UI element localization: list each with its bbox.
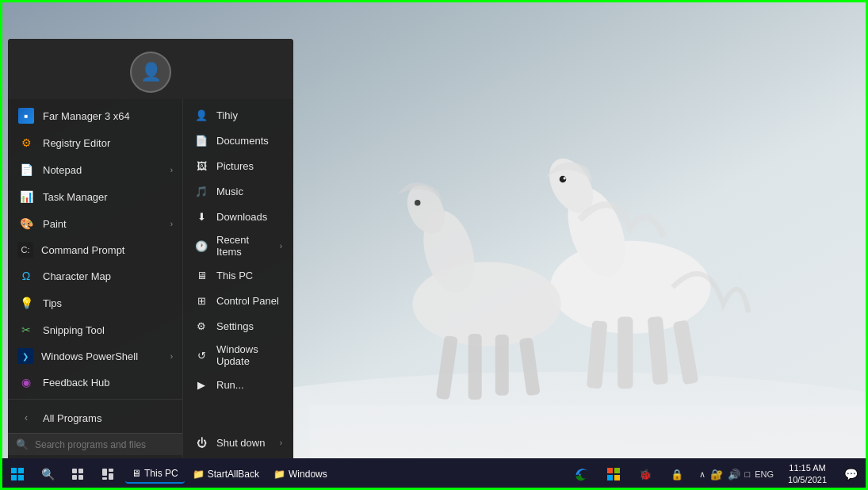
start-item-far-manager[interactable]: ■ Far Manager 3 x64 <box>8 102 182 129</box>
start-item-character-map[interactable]: Ω Character Map <box>8 262 182 289</box>
all-programs-label: All Programs <box>43 412 101 424</box>
network-icon[interactable]: 🔐 <box>710 469 723 480</box>
svg-rect-27 <box>78 475 83 480</box>
taskbar-app-windows[interactable]: 📁 Windows <box>267 465 334 483</box>
start-item-snipping-tool[interactable]: ✂ Snipping Tool <box>8 316 182 343</box>
far-manager-icon: ■ <box>17 107 35 124</box>
svg-rect-28 <box>102 469 107 476</box>
taskbar-search-button[interactable]: 🔍 <box>33 460 62 488</box>
start-item-label: Windows PowerShell <box>41 350 163 362</box>
start-right-documents[interactable]: 📄 Documents <box>183 128 293 153</box>
svg-rect-17 <box>495 335 509 396</box>
start-item-task-manager[interactable]: 📊 Task Manager <box>8 183 182 210</box>
pictures-icon: 🖼 <box>194 159 208 173</box>
start-item-tips[interactable]: 💡 Tips <box>8 289 182 316</box>
svg-rect-20 <box>11 468 17 473</box>
run-icon: ▶ <box>194 377 208 392</box>
taskbar-clock[interactable]: 11:15 AM 10/5/2021 <box>782 462 833 487</box>
start-right-recent-items[interactable]: 🕐 Recent Items › <box>183 229 293 262</box>
lock-icon[interactable]: 🔒 <box>663 460 691 488</box>
start-all-programs[interactable]: ‹ All Programs <box>8 403 182 433</box>
windows-icon: 📁 <box>273 469 285 480</box>
taskbar-app-startallback[interactable]: 📁 StartAllBack <box>186 465 266 483</box>
windows-update-icon: ↺ <box>194 348 208 362</box>
store-icon[interactable] <box>599 460 628 488</box>
start-right-item-label: Pictures <box>216 160 254 172</box>
chevron-up-icon[interactable]: ∧ <box>699 469 705 480</box>
app-label: Windows <box>289 469 327 480</box>
submenu-arrow: › <box>280 438 282 447</box>
start-item-feedback-hub[interactable]: ◉ Feedback Hub <box>8 369 182 396</box>
search-input[interactable] <box>35 439 174 450</box>
command-prompt-icon: C: <box>17 242 33 258</box>
user-avatar[interactable]: 👤 <box>130 52 171 93</box>
start-item-label: Tips <box>43 297 173 309</box>
lang-indicator[interactable]: ENG <box>755 469 774 479</box>
start-right-this-pc[interactable]: 🖥 This PC <box>183 262 293 288</box>
start-right-pictures[interactable]: 🖼 Pictures <box>183 153 293 178</box>
taskbar-left: 🔍 <box>3 460 122 488</box>
start-item-paint[interactable]: 🎨 Paint › <box>8 210 182 237</box>
start-right-run[interactable]: ▶ Run... <box>183 372 293 397</box>
volume-icon[interactable]: 🔊 <box>728 469 740 480</box>
start-item-powershell[interactable]: ❯ Windows PowerShell › <box>8 343 182 369</box>
snipping-tool-icon: ✂ <box>17 321 35 339</box>
start-right-music[interactable]: 🎵 Music <box>183 178 293 204</box>
start-right-item-label: Downloads <box>216 211 267 223</box>
svg-point-11 <box>564 177 566 179</box>
powershell-icon: ❯ <box>17 348 33 364</box>
start-item-notepad[interactable]: 📄 Notepad › <box>8 156 182 183</box>
recent-items-icon: 🕐 <box>194 239 208 253</box>
start-right-shut-down[interactable]: ⏻ Shut down › <box>183 430 293 455</box>
task-manager-icon: 📊 <box>17 188 35 205</box>
startallback-icon: 📁 <box>193 469 205 480</box>
start-item-label: Character Map <box>43 270 173 282</box>
app-label: StartAllBack <box>208 469 259 480</box>
start-button[interactable] <box>3 460 32 488</box>
edge-icon[interactable] <box>568 460 596 488</box>
widgets-button[interactable] <box>94 460 122 488</box>
this-pc-icon: 🖥 <box>194 268 208 282</box>
shut-down-icon: ⏻ <box>194 435 208 450</box>
svg-rect-31 <box>102 477 107 480</box>
start-right-windows-update[interactable]: ↺ Windows Update <box>183 339 293 372</box>
submenu-arrow: › <box>170 352 173 361</box>
svg-rect-21 <box>18 468 24 473</box>
notepad-icon: 📄 <box>17 161 35 178</box>
svg-rect-23 <box>18 475 24 480</box>
this-pc-icon: 🖥 <box>132 468 141 479</box>
task-view-button[interactable] <box>63 460 92 488</box>
start-item-label: Snipping Tool <box>43 324 173 336</box>
start-item-label: Far Manager 3 x64 <box>43 110 173 122</box>
start-right-settings[interactable]: ⚙ Settings <box>183 313 293 339</box>
start-search-box[interactable]: 🔍 <box>8 433 182 455</box>
start-right-item-label: Settings <box>216 320 254 332</box>
start-right-control-panel[interactable]: ⊞ Control Panel <box>183 288 293 313</box>
start-item-label: Paint <box>43 218 163 230</box>
start-menu: 👤 ■ Far Manager 3 x64 ⚙ Registry Editor … <box>8 39 293 458</box>
svg-rect-29 <box>109 469 113 472</box>
svg-rect-33 <box>614 468 620 473</box>
start-item-label: Task Manager <box>43 191 173 203</box>
start-item-registry-editor[interactable]: ⚙ Registry Editor <box>8 129 182 156</box>
start-left-column: ■ Far Manager 3 x64 ⚙ Registry Editor 📄 … <box>8 99 182 458</box>
start-right-item-label: Windows Update <box>216 343 282 367</box>
svg-rect-25 <box>78 469 83 473</box>
person-icon[interactable]: 🐞 <box>631 460 660 488</box>
start-item-label: Feedback Hub <box>43 377 173 389</box>
control-panel-icon: ⊞ <box>194 293 208 308</box>
svg-rect-35 <box>614 475 620 480</box>
start-right-item-label: This PC <box>216 270 253 281</box>
start-right-user[interactable]: 👤 Tihiy <box>183 102 293 128</box>
taskbar-apps: 🖥 This PC 📁 StartAllBack 📁 Windows <box>125 465 334 484</box>
start-right-item-label: Shut down <box>216 437 265 449</box>
start-item-command-prompt[interactable]: C: Command Prompt <box>8 237 182 262</box>
start-right-downloads[interactable]: ⬇ Downloads <box>183 204 293 229</box>
taskbar-app-this-pc[interactable]: 🖥 This PC <box>125 465 185 484</box>
clock-date: 10/5/2021 <box>788 474 827 486</box>
submenu-arrow: › <box>280 242 282 251</box>
display-icon[interactable]: □ <box>745 469 751 479</box>
settings-icon: ⚙ <box>194 319 208 333</box>
notification-button[interactable]: 💬 <box>836 460 865 488</box>
svg-rect-26 <box>72 475 77 480</box>
